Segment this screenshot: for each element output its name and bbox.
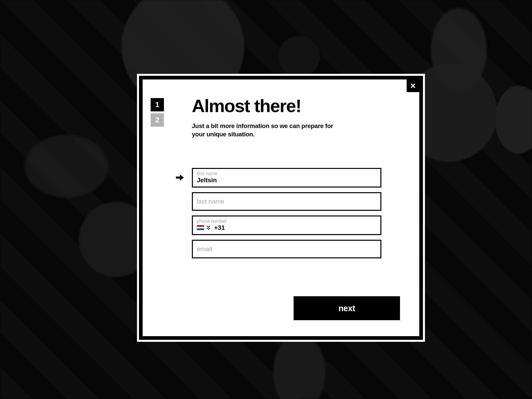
close-icon <box>410 83 416 88</box>
first-name-field[interactable]: first name Jeltsin <box>192 168 381 188</box>
close-button[interactable] <box>407 79 419 92</box>
flag-nl-icon[interactable] <box>197 225 204 230</box>
modal-title: Almost there! <box>192 95 400 116</box>
first-name-row: first name Jeltsin <box>192 168 400 188</box>
email-field[interactable]: email <box>192 240 381 258</box>
email-placeholder: email <box>197 245 212 253</box>
step-indicator: 1 2 <box>151 98 164 127</box>
step-1[interactable]: 1 <box>151 98 164 111</box>
phone-row: phone number +31 <box>192 215 400 235</box>
first-name-value: Jeltsin <box>197 177 376 184</box>
last-name-field[interactable]: last name <box>192 192 381 211</box>
next-button[interactable]: next <box>294 296 400 320</box>
modal-subtitle: Just a bit more information so we can pr… <box>192 122 345 139</box>
modal-dialog: 1 2 Almost there! Just a bit more inform… <box>139 76 423 340</box>
email-row: email <box>192 240 400 258</box>
first-name-label: first name <box>197 171 376 176</box>
last-name-row: last name <box>192 192 400 211</box>
country-dropdown-icon[interactable] <box>207 226 210 230</box>
phone-label: phone number <box>197 218 376 224</box>
form: first name Jeltsin last name phone numbe… <box>192 168 400 258</box>
last-name-placeholder: last name <box>197 198 224 205</box>
arrow-right-icon <box>176 174 184 182</box>
step-2[interactable]: 2 <box>151 113 164 127</box>
phone-field[interactable]: phone number +31 <box>192 215 381 235</box>
dial-code: +31 <box>214 224 225 231</box>
